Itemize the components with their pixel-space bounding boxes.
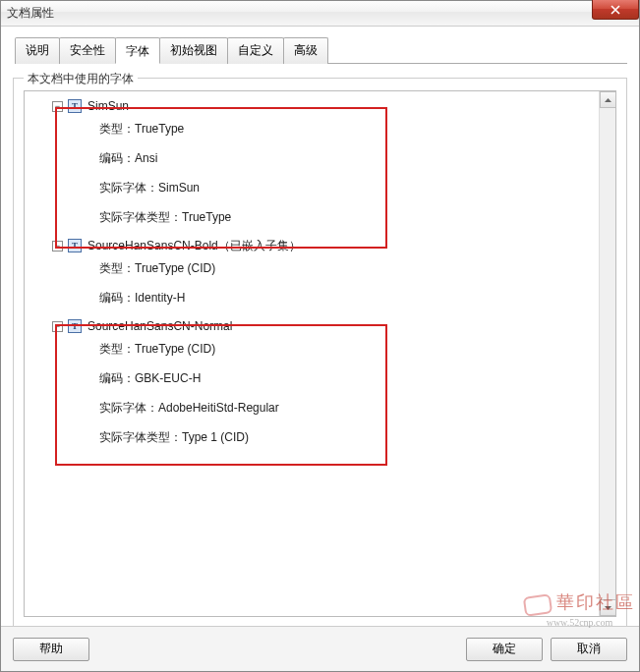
font-tree-panel: − T SimSun 类型：TrueType 编码：Ansi 实际字体：SimS… xyxy=(24,90,616,617)
tab-description[interactable]: 说明 xyxy=(15,37,60,64)
close-button[interactable] xyxy=(592,0,639,20)
font-detail: 类型：TrueType xyxy=(30,119,615,139)
tab-advanced[interactable]: 高级 xyxy=(283,37,328,64)
font-name: SimSun xyxy=(87,99,129,113)
cancel-button[interactable]: 取消 xyxy=(551,638,627,661)
content-area: 说明 安全性 字体 初始视图 自定义 高级 本文档中使用的字体 − T SimS… xyxy=(1,27,639,626)
tab-security[interactable]: 安全性 xyxy=(59,37,116,64)
font-detail: 编码：Ansi xyxy=(30,148,615,168)
font-detail: 编码：Identity-H xyxy=(30,288,615,308)
font-node[interactable]: − T SimSun xyxy=(30,97,615,115)
font-tree[interactable]: − T SimSun 类型：TrueType 编码：Ansi 实际字体：SimS… xyxy=(25,91,615,447)
chevron-up-icon xyxy=(605,98,611,102)
document-properties-dialog: 文档属性 说明 安全性 字体 初始视图 自定义 高级 本文档中使用的字体 − xyxy=(0,0,640,672)
window-title: 文档属性 xyxy=(7,5,54,22)
ok-button[interactable]: 确定 xyxy=(466,638,543,661)
collapse-icon[interactable]: − xyxy=(52,241,63,252)
font-name: SourceHanSansCN-Normal xyxy=(87,319,232,333)
font-icon: T xyxy=(68,319,82,333)
scroll-up-button[interactable] xyxy=(600,91,616,108)
font-icon: T xyxy=(68,99,82,113)
tab-initial-view[interactable]: 初始视图 xyxy=(159,37,228,64)
titlebar[interactable]: 文档属性 xyxy=(1,1,639,27)
vertical-scrollbar[interactable] xyxy=(599,91,615,616)
chevron-down-icon xyxy=(605,606,611,610)
button-bar: 帮助 确定 取消 xyxy=(1,626,639,671)
tab-strip: 说明 安全性 字体 初始视图 自定义 高级 xyxy=(15,36,627,64)
font-icon: T xyxy=(68,239,82,252)
collapse-icon[interactable]: − xyxy=(52,101,63,112)
tab-custom[interactable]: 自定义 xyxy=(227,37,284,64)
tab-fonts[interactable]: 字体 xyxy=(115,37,160,64)
font-detail: 实际字体类型：TrueType xyxy=(30,207,615,227)
close-icon xyxy=(611,5,620,15)
help-button[interactable]: 帮助 xyxy=(13,638,89,661)
font-detail: 实际字体类型：Type 1 (CID) xyxy=(30,427,615,447)
groupbox-label: 本文档中使用的字体 xyxy=(24,71,138,87)
fonts-groupbox: 本文档中使用的字体 − T SimSun 类型：TrueType 编码：Ansi… xyxy=(13,78,627,628)
collapse-icon[interactable]: − xyxy=(52,321,63,332)
font-detail: 类型：TrueType (CID) xyxy=(30,258,615,278)
font-detail: 实际字体：AdobeHeitiStd-Regular xyxy=(30,398,615,418)
scroll-down-button[interactable] xyxy=(600,599,616,616)
font-detail: 编码：GBK-EUC-H xyxy=(30,368,615,388)
font-detail: 实际字体：SimSun xyxy=(30,178,615,197)
font-name: SourceHanSansCN-Bold（已嵌入子集） xyxy=(87,238,301,254)
font-detail: 类型：TrueType (CID) xyxy=(30,339,615,359)
font-node[interactable]: − T SourceHanSansCN-Bold（已嵌入子集） xyxy=(30,237,615,254)
font-node[interactable]: − T SourceHanSansCN-Normal xyxy=(30,317,615,335)
